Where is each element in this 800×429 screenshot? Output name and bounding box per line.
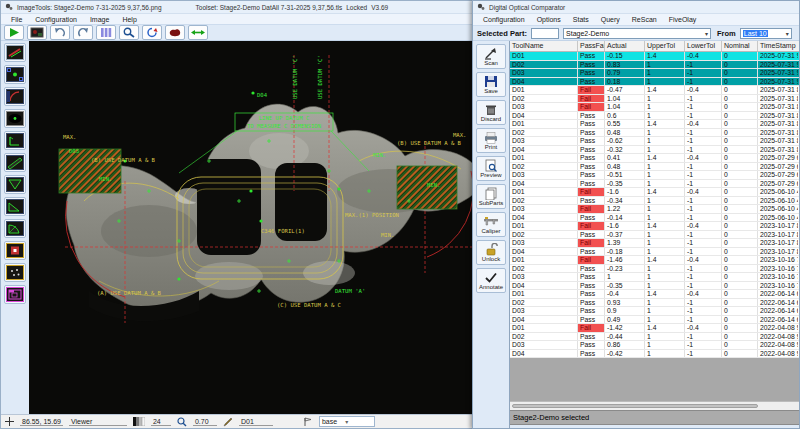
arc-edge-icon[interactable] (4, 87, 26, 106)
table-row[interactable]: D03Fail1.221-102025-06-10 4:40 (510, 205, 799, 214)
table-row[interactable]: D03Fail1.391-102023-10-17 8:22 (510, 239, 799, 248)
discard-button[interactable]: Discard (476, 100, 506, 125)
table-row[interactable]: D04Pass-0.321-102025-07-31 8:00 (510, 146, 799, 155)
preview-button[interactable]: Preview (476, 156, 506, 181)
table-row[interactable]: D04Pass0.61-102025-07-31 8:22 (510, 112, 799, 121)
annotate-button[interactable]: Annotate (476, 268, 506, 293)
table-row[interactable]: D01Fail-1.421.4-0.402022-04-08 9:17 (510, 324, 799, 333)
corner-tool-icon[interactable] (4, 197, 26, 216)
mode-field[interactable]: Viewer (69, 418, 127, 426)
column-header-passfail[interactable]: PassFail (578, 41, 605, 51)
layout-tool-icon[interactable] (4, 285, 26, 304)
threshold-value[interactable]: 24 (151, 418, 171, 426)
table-row[interactable]: D01Pass0.411.4-0.402025-07-29 6:58 (510, 154, 799, 163)
table-row[interactable]: D03Pass-0.511-102025-07-29 6:58 (510, 171, 799, 180)
base-combo[interactable]: base ▾ (319, 416, 375, 427)
rotate-icon[interactable] (142, 25, 162, 40)
cell-actual: 1.39 (605, 239, 645, 247)
magnifier-icon[interactable] (119, 25, 139, 40)
scan-canvas[interactable]: MAX.D03(B) USE DATUM A & BMIN.D04LINE UP… (29, 41, 511, 414)
table-row[interactable]: D01Pass0.551.4-0.402025-07-31 8:00 (510, 120, 799, 129)
menu-item-stats[interactable]: Stats (567, 16, 595, 23)
column-header-toolname[interactable]: ToolName (510, 41, 578, 51)
table-row[interactable]: D02Pass-0.371-102023-10-17 8:22 (510, 231, 799, 240)
scan-button[interactable]: Scan (476, 44, 506, 69)
table-row[interactable]: D03Pass0.91-102022-06-14 6:02 (510, 307, 799, 316)
table-row[interactable]: D01Fail-1.61.4-0.402025-06-10 4:40 (510, 188, 799, 197)
blob-icon[interactable] (165, 25, 185, 40)
part-combo[interactable]: Stage2-Demo ▾ (563, 28, 711, 39)
band-tool-icon[interactable] (4, 153, 26, 172)
table-row[interactable]: D04Pass-0.351-102025-07-29 6:58 (510, 180, 799, 189)
save-button[interactable]: Save (476, 72, 506, 97)
table-row[interactable]: D02Fail1.041-102025-07-31 8:22 (510, 95, 799, 104)
column-header-actual[interactable]: Actual (605, 41, 645, 51)
table-row[interactable]: D03Pass11-102023-10-16 7:09 (510, 273, 799, 282)
caliper-tool-icon[interactable] (4, 43, 26, 62)
dots-box-icon[interactable] (4, 263, 26, 282)
zoom-level[interactable]: 0.70 (193, 418, 217, 426)
menu-item-fiveolay[interactable]: FiveOlay (663, 16, 703, 23)
table-row[interactable]: D03Pass-0.621-102025-07-31 8:00 (510, 137, 799, 146)
table-row[interactable]: D01Pass-0.41.4-0.402022-06-14 6:02 (510, 290, 799, 299)
table-row[interactable]: D02Pass0.931-102022-06-14 6:02 (510, 299, 799, 308)
table-row[interactable]: D04Pass0.491-102022-06-14 6:02 (510, 316, 799, 325)
table-row[interactable]: D04Pass-0.141-102025-06-10 4:40 (510, 214, 799, 223)
cell-uppertol: 1.4 (645, 188, 685, 196)
fan-tool-icon[interactable] (4, 219, 26, 238)
wedge-tool-icon[interactable] (4, 175, 26, 194)
unlock-button[interactable]: Unlock (476, 240, 506, 265)
table-row[interactable]: D02Pass0.481-102025-07-29 6:58 (510, 163, 799, 172)
table-row[interactable]: D04Pass-0.351-102023-10-16 7:09 (510, 282, 799, 291)
column-header-timestamp[interactable]: TimeStamp (758, 41, 798, 51)
from-combo[interactable]: Last 10 ▾ (740, 28, 792, 39)
column-header-uppertol[interactable]: UpperTol (645, 41, 685, 51)
scrollbar-thumb[interactable] (512, 404, 758, 408)
columns-icon[interactable] (96, 25, 116, 40)
table-row[interactable]: D03Fail1.041-102025-07-31 8:22 (510, 103, 799, 112)
table-row[interactable]: D01Fail-0.471.4-0.402025-07-31 8:22 (510, 86, 799, 95)
angle-tool-icon[interactable] (4, 131, 26, 150)
comparator-titlebar[interactable]: Digital Optical Comparator (473, 1, 799, 13)
column-header-nominal[interactable]: Nominal (722, 41, 758, 51)
menu-item-help[interactable]: Help (116, 16, 142, 23)
table-row[interactable]: D04Pass-0.181-102023-10-17 8:22 (510, 248, 799, 257)
part-input[interactable] (531, 28, 559, 39)
arrows-horizontal-icon[interactable] (188, 25, 208, 40)
active-tool[interactable]: D01 (239, 418, 273, 426)
table-row[interactable]: D03Pass0.791-102025-07-31 9:37 (510, 69, 799, 78)
column-header-lowertol[interactable]: LowerTol (685, 41, 722, 51)
table-row[interactable]: D01Pass-0.151.4-0.402025-07-31 9:37 (510, 52, 799, 61)
ellipse-tool-icon[interactable] (4, 109, 26, 128)
table-row[interactable]: D01Fail-1.61.4-0.402023-10-17 8:22 (510, 222, 799, 231)
menu-item-configuration[interactable]: Configuration (29, 16, 83, 23)
cell-toolname: D03 (510, 239, 578, 247)
imagetools-titlebar[interactable]: ImageTools: Stage2-Demo 7-31-2025 9,37,5… (1, 1, 511, 13)
target-dot-icon[interactable] (4, 65, 26, 84)
menu-item-rescan[interactable]: ReScan (626, 16, 663, 23)
table-row[interactable]: D02Pass0.481-102025-07-31 8:00 (510, 129, 799, 138)
subparts-button[interactable]: SubParts (476, 184, 506, 209)
image-icon[interactable] (27, 25, 47, 40)
table-row[interactable]: D02Pass-0.441-102022-04-08 9:17 (510, 333, 799, 342)
table-row[interactable]: D04Pass0.181-102025-07-31 9:37 (510, 78, 799, 87)
table-row[interactable]: D02Pass-0.341-102025-06-10 4:40 (510, 197, 799, 206)
ring-box-icon[interactable] (4, 241, 26, 260)
menu-item-query[interactable]: Query (595, 16, 626, 23)
menu-item-configuration[interactable]: Configuration (477, 16, 531, 23)
undo-icon[interactable] (50, 25, 70, 40)
table-row[interactable]: D02Pass0.831-102025-07-31 9:37 (510, 61, 799, 70)
table-row[interactable]: D03Pass0.861-102022-04-08 9:17 (510, 341, 799, 350)
table-row[interactable]: D02Pass-0.231-102023-10-16 7:09 (510, 265, 799, 274)
menu-item-options[interactable]: Options (531, 16, 567, 23)
table-row[interactable]: D04Pass-0.421-102022-04-08 9:17 (510, 350, 799, 359)
results-table-header[interactable]: ToolNamePassFailActualUpperTolLowerTolNo… (510, 41, 799, 52)
menu-item-file[interactable]: File (5, 16, 28, 23)
table-horizontal-scrollbar[interactable] (510, 401, 799, 410)
table-row[interactable]: D01Fail-1.461.4-0.402023-10-16 7:09 (510, 256, 799, 265)
print-button[interactable]: Print (476, 128, 506, 153)
caliper-button[interactable]: Caliper (476, 212, 506, 237)
menu-item-image[interactable]: Image (84, 16, 115, 23)
redo-icon[interactable] (73, 25, 93, 40)
play-icon[interactable] (4, 25, 24, 40)
